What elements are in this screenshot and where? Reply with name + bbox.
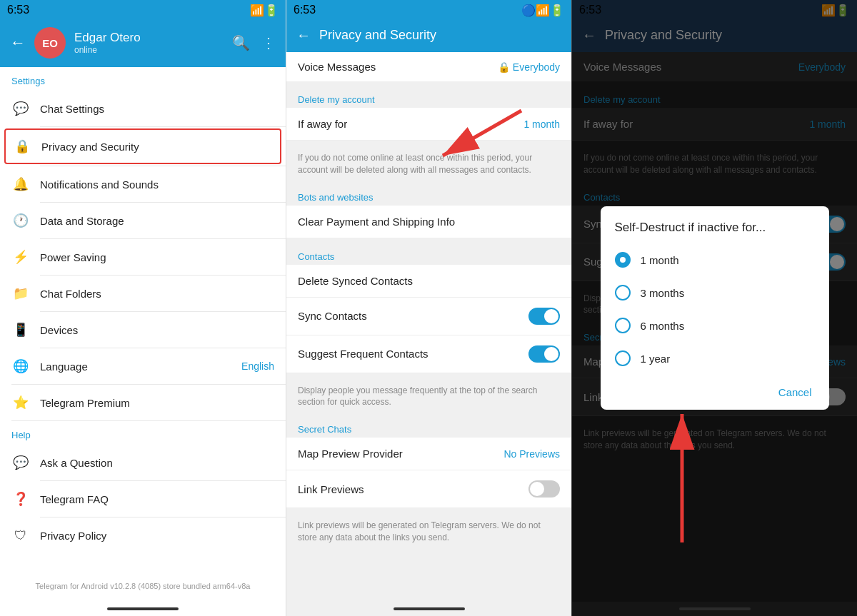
privacy-security-panel-dark: 6:53 📶🔋 ← Privacy and Security Voice Mes… <box>571 0 857 616</box>
dialog-title: Self-Destruct if inactive for... <box>601 206 829 243</box>
sync-contacts-toggle[interactable] <box>528 308 560 325</box>
suggest-frequent-row[interactable]: Suggest Frequent Contacts <box>286 335 571 373</box>
header-actions: 🔍 ⋮ <box>232 34 276 51</box>
option-6-months[interactable]: 6 months <box>601 309 829 342</box>
voice-messages-val-text: Everybody <box>513 61 560 73</box>
chat-folders-label: Chat Folders <box>40 288 274 300</box>
link-previews-row[interactable]: Link Previews <box>286 470 571 508</box>
option-1-month-label: 1 month <box>641 254 679 266</box>
settings-header: ← EO Edgar Otero online 🔍 ⋮ <box>0 20 286 67</box>
dialog-overlay: Self-Destruct if inactive for... 1 month… <box>572 0 857 616</box>
faq-label: Telegram FAQ <box>40 493 274 505</box>
radio-1-year[interactable] <box>615 350 631 366</box>
statusbar-panel1: 6:53 📶🔋 <box>0 0 286 20</box>
voice-messages-section: Voice Messages 🔒 Everybody <box>286 52 571 81</box>
status-icons: 📶🔋 <box>250 4 279 17</box>
link-previews-toggle[interactable] <box>528 480 560 498</box>
ask-question-label: Ask a Question <box>40 457 274 469</box>
sidebar-item-privacy-security[interactable]: 🔒 Privacy and Security <box>4 128 281 164</box>
more-icon[interactable]: ⋮ <box>261 34 276 51</box>
sidebar-item-privacy-policy[interactable]: 🛡 Privacy Policy <box>0 517 286 553</box>
premium-icon: ⭐ <box>11 393 30 412</box>
power-saving-label: Power Saving <box>40 251 274 263</box>
chat-settings-label: Chat Settings <box>40 103 274 115</box>
sidebar-item-data-storage[interactable]: 🕐 Data and Storage <box>0 203 286 238</box>
voice-messages-value: 🔒 Everybody <box>498 61 560 73</box>
link-desc: Link previews will be generated on Teleg… <box>286 514 571 552</box>
panel2-title: Privacy and Security <box>319 28 561 43</box>
back-button[interactable]: ← <box>10 34 26 52</box>
suggest-frequent-toggle[interactable] <box>528 345 560 363</box>
search-icon[interactable]: 🔍 <box>232 34 250 51</box>
cancel-button[interactable]: Cancel <box>770 380 821 404</box>
bots-section: Clear Payment and Shipping Info <box>286 206 571 238</box>
language-label: Language <box>40 360 231 373</box>
map-preview-label: Map Preview Provider <box>298 448 503 460</box>
time-label: 6:53 <box>7 4 29 16</box>
if-away-value: 1 month <box>523 118 560 130</box>
bots-section-header: Bots and websites <box>286 185 571 206</box>
suggest-frequent-label: Suggest Frequent Contacts <box>298 348 528 360</box>
option-6-months-label: 6 months <box>641 320 685 332</box>
sidebar-item-power-saving[interactable]: ⚡ Power Saving <box>0 239 286 275</box>
privacy-security-panel: 6:53 🔵📶🔋 ← Privacy and Security Voice Me… <box>286 0 571 616</box>
radio-6-months[interactable] <box>615 318 631 333</box>
settings-panel: 6:53 📶🔋 ← EO Edgar Otero online 🔍 ⋮ Sett… <box>0 0 286 616</box>
time-label-p2: 6:53 <box>294 4 316 16</box>
language-value: English <box>241 360 274 372</box>
if-away-for-row[interactable]: If away for 1 month <box>286 108 571 141</box>
devices-label: Devices <box>40 324 274 336</box>
voice-messages-row[interactable]: Voice Messages 🔒 Everybody <box>286 52 571 81</box>
radio-3-months[interactable] <box>615 285 631 301</box>
option-1-year[interactable]: 1 year <box>601 342 829 375</box>
panel2-content: Voice Messages 🔒 Everybody Delete my acc… <box>286 52 571 602</box>
secret-chats-section: Map Preview Provider No Previews Link Pr… <box>286 438 571 508</box>
ask-question-icon: 💬 <box>11 453 30 472</box>
chat-settings-icon: 💬 <box>11 99 30 118</box>
sidebar-item-notifications[interactable]: 🔔 Notifications and Sounds <box>0 166 286 202</box>
privacy-icon: 🔒 <box>13 137 31 156</box>
notifications-icon: 🔔 <box>11 175 30 193</box>
faq-icon: ❓ <box>11 490 30 508</box>
sidebar-item-faq[interactable]: ❓ Telegram FAQ <box>0 481 286 517</box>
contacts-section: Delete Synced Contacts Sync Contacts Sug… <box>286 265 571 373</box>
sync-contacts-label: Sync Contacts <box>298 310 528 322</box>
sidebar-item-premium[interactable]: ⭐ Telegram Premium <box>0 385 286 420</box>
sidebar-item-chat-settings[interactable]: 💬 Chat Settings <box>0 91 286 126</box>
suggest-desc: Display people you message frequently at… <box>286 379 571 418</box>
status-icons-p2: 🔵📶🔋 <box>521 4 564 17</box>
devices-icon: 📱 <box>11 320 30 339</box>
sync-contacts-row[interactable]: Sync Contacts <box>286 298 571 335</box>
clear-payment-label: Clear Payment and Shipping Info <box>298 216 560 228</box>
delete-account-desc: If you do not come online at least once … <box>286 146 571 185</box>
user-status: online <box>74 45 224 55</box>
privacy-policy-label: Privacy Policy <box>40 530 274 542</box>
option-1-month[interactable]: 1 month <box>601 243 829 276</box>
user-info: Edgar Otero online <box>74 31 224 55</box>
voice-messages-label: Voice Messages <box>298 61 498 73</box>
premium-label: Telegram Premium <box>40 397 274 409</box>
clear-payment-row[interactable]: Clear Payment and Shipping Info <box>286 206 571 238</box>
sidebar-item-language[interactable]: 🌐 Language English <box>0 348 286 384</box>
map-preview-row[interactable]: Map Preview Provider No Previews <box>286 438 571 470</box>
sidebar-item-devices[interactable]: 📱 Devices <box>0 312 286 348</box>
avatar: EO <box>34 27 66 59</box>
delete-synced-row[interactable]: Delete Synced Contacts <box>286 265 571 298</box>
option-1-year-label: 1 year <box>641 353 671 365</box>
link-previews-label: Link Previews <box>298 483 528 495</box>
privacy-policy-icon: 🛡 <box>11 526 30 545</box>
back-button-p2[interactable]: ← <box>296 27 311 44</box>
self-destruct-dialog: Self-Destruct if inactive for... 1 month… <box>601 206 829 410</box>
bottom-nav-indicator <box>107 607 179 610</box>
sidebar-item-ask-question[interactable]: 💬 Ask a Question <box>0 445 286 480</box>
chat-folders-icon: 📁 <box>11 284 30 303</box>
option-3-months[interactable]: 3 months <box>601 276 829 309</box>
delete-account-header: Delete my account <box>286 87 571 108</box>
lock-icon: 🔒 <box>498 61 510 73</box>
sidebar-item-chat-folders[interactable]: 📁 Chat Folders <box>0 276 286 311</box>
user-name: Edgar Otero <box>74 31 224 45</box>
contacts-section-header: Contacts <box>286 244 571 265</box>
notifications-label: Notifications and Sounds <box>40 178 274 191</box>
power-saving-icon: ⚡ <box>11 248 30 266</box>
radio-1-month[interactable] <box>615 252 631 268</box>
